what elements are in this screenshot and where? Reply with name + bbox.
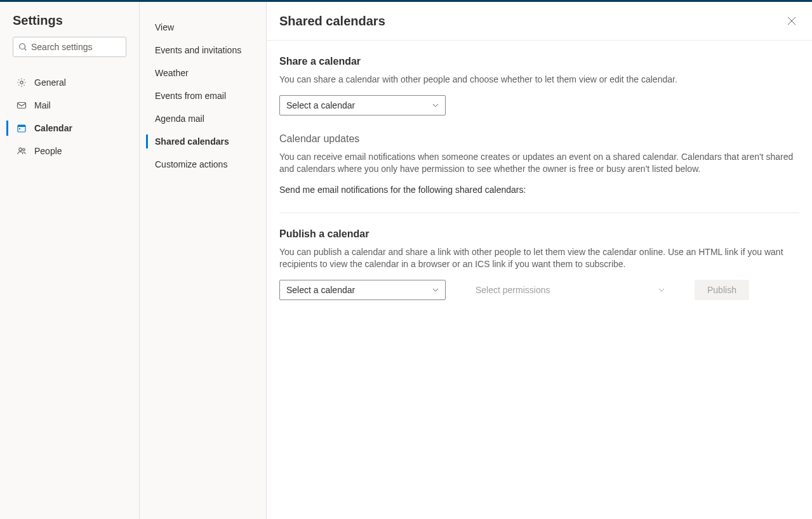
subnav-item-customize-actions[interactable]: Customize actions [140, 153, 266, 176]
section-divider [279, 213, 799, 213]
subnav-item-shared-calendars[interactable]: Shared calendars [140, 130, 266, 153]
close-button[interactable] [784, 13, 799, 29]
search-icon [18, 43, 27, 51]
subnav-label: Shared calendars [155, 136, 229, 147]
publish-section-desc: You can publish a calendar and share a l… [279, 246, 799, 271]
close-icon [787, 16, 796, 25]
dropdown-label: Select a calendar [286, 285, 355, 295]
subnav-label: Events from email [155, 91, 226, 101]
settings-sidebar: Settings General [0, 0, 140, 519]
gear-icon [15, 76, 28, 89]
nav-label: General [34, 77, 66, 88]
publish-button: Publish [695, 280, 749, 300]
main-panel: Shared calendars Share a calendar You ca… [267, 0, 812, 519]
publish-controls-row: Select a calendar Select permissions Pub… [279, 280, 799, 300]
share-calendar-section: Share a calendar You can share a calenda… [279, 56, 799, 115]
dropdown-label: Select a calendar [286, 100, 355, 110]
svg-line-1 [25, 49, 27, 51]
search-input[interactable] [31, 42, 121, 52]
subnav-item-events-from-email[interactable]: Events from email [140, 84, 266, 107]
subnav-label: Agenda mail [155, 114, 204, 124]
primary-nav: General Mail Calendar [0, 66, 139, 168]
svg-rect-3 [18, 103, 26, 108]
subnav-item-events-invitations[interactable]: Events and invitations [140, 39, 266, 62]
publish-permissions-dropdown: Select permissions [469, 280, 672, 300]
subnav-label: View [155, 22, 174, 32]
people-icon [15, 145, 28, 157]
settings-title: Settings [0, 2, 139, 37]
calendar-subnav: View Events and invitations Weather Even… [140, 0, 267, 519]
calendar-updates-section: Calendar updates You can receive email n… [279, 133, 799, 195]
nav-label: Calendar [34, 123, 72, 133]
share-section-title: Share a calendar [279, 56, 799, 67]
search-box[interactable] [13, 37, 126, 57]
svg-rect-5 [18, 125, 25, 127]
main-header: Shared calendars [267, 2, 812, 41]
nav-label: Mail [34, 100, 51, 110]
nav-item-people[interactable]: People [0, 140, 139, 162]
envelope-icon [15, 99, 28, 112]
subnav-list: View Events and invitations Weather Even… [140, 2, 266, 176]
content-area: Share a calendar You can share a calenda… [267, 41, 812, 519]
subnav-label: Customize actions [155, 159, 227, 169]
svg-point-8 [23, 148, 25, 151]
svg-point-0 [20, 44, 25, 49]
svg-point-2 [20, 81, 23, 84]
updates-section-desc: You can receive email notifications when… [279, 151, 799, 176]
nav-label: People [34, 146, 62, 156]
calendar-icon [15, 122, 28, 135]
subnav-item-weather[interactable]: Weather [140, 62, 266, 84]
subnav-label: Events and invitations [155, 45, 241, 55]
subnav-item-view[interactable]: View [140, 16, 266, 39]
updates-section-prompt: Send me email notifications for the foll… [279, 185, 799, 195]
updates-section-title: Calendar updates [279, 133, 799, 145]
page-title: Shared calendars [279, 14, 385, 29]
subnav-item-agenda-mail[interactable]: Agenda mail [140, 107, 266, 130]
share-section-desc: You can share a calendar with other peop… [279, 74, 799, 86]
chevron-down-icon [658, 284, 665, 296]
svg-point-7 [19, 148, 22, 151]
svg-rect-6 [19, 128, 20, 129]
publish-calendar-dropdown[interactable]: Select a calendar [279, 280, 446, 300]
share-calendar-dropdown[interactable]: Select a calendar [279, 95, 446, 115]
dropdown-label: Select permissions [476, 285, 550, 295]
publish-calendar-section: Publish a calendar You can publish a cal… [279, 228, 799, 300]
top-accent-bar [0, 0, 812, 2]
nav-item-general[interactable]: General [0, 71, 139, 94]
publish-section-title: Publish a calendar [279, 228, 799, 240]
search-container [0, 37, 139, 66]
nav-item-calendar[interactable]: Calendar [0, 117, 139, 140]
chevron-down-icon [432, 100, 439, 111]
nav-item-mail[interactable]: Mail [0, 94, 139, 117]
subnav-label: Weather [155, 68, 189, 78]
chevron-down-icon [432, 284, 439, 296]
